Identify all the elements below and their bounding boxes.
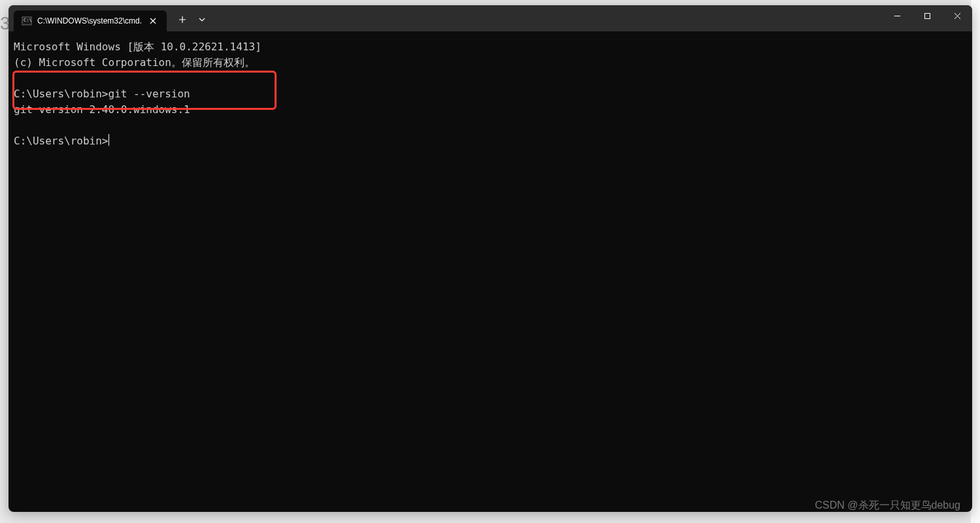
svg-rect-2 xyxy=(924,13,930,18)
close-tab-button[interactable] xyxy=(147,15,159,27)
terminal-prompt: C:\Users\robin> xyxy=(14,135,109,147)
titlebar[interactable]: C:\ C:\WINDOWS\system32\cmd. xyxy=(8,5,972,31)
terminal-line: Microsoft Windows [版本 10.0.22621.1413] xyxy=(14,41,262,53)
terminal-window: C:\ C:\WINDOWS\system32\cmd. Mi xyxy=(8,5,972,512)
background-fragment xyxy=(971,0,980,523)
cursor xyxy=(109,134,109,146)
new-tab-button[interactable] xyxy=(172,9,193,30)
terminal-output[interactable]: Microsoft Windows [版本 10.0.22621.1413] (… xyxy=(8,31,972,188)
tab-dropdown-button[interactable] xyxy=(193,9,211,30)
maximize-button[interactable] xyxy=(912,5,942,26)
tab-cmd[interactable]: C:\ C:\WINDOWS\system32\cmd. xyxy=(14,10,167,31)
cmd-icon: C:\ xyxy=(22,16,32,26)
terminal-line: (c) Microsoft Corporation。保留所有权利。 xyxy=(14,56,255,69)
minimize-button[interactable] xyxy=(882,5,912,26)
tab-title: C:\WINDOWS\system32\cmd. xyxy=(37,16,142,25)
watermark: CSDN @杀死一只知更鸟debug xyxy=(815,499,960,513)
terminal-output-line: git version 2.40.0.windows.1 xyxy=(14,103,190,116)
svg-text:C:\: C:\ xyxy=(24,18,32,23)
terminal-prompt: C:\Users\robin> xyxy=(14,88,109,100)
close-window-button[interactable] xyxy=(942,5,972,26)
terminal-command: git --version xyxy=(109,88,190,100)
window-controls xyxy=(882,5,972,31)
